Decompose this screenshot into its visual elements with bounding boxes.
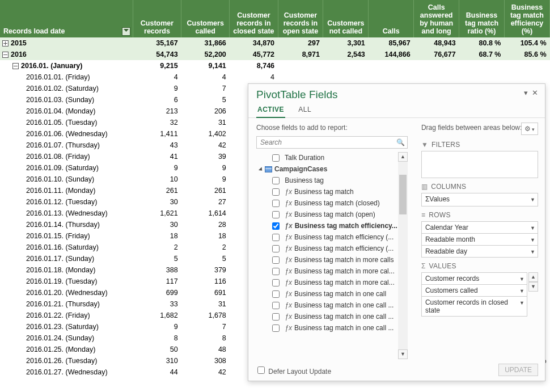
row-label[interactable]: 2016.01.27. (Wednesday) [0, 366, 133, 378]
scroll-up-icon[interactable]: ▲ [398, 152, 408, 162]
cell[interactable]: 9 [133, 83, 181, 94]
column-header[interactable]: Business tag match ratio (%) [459, 0, 505, 37]
cell[interactable]: 5 [181, 94, 230, 106]
row-label[interactable]: 2016.01.17. (Sunday) [0, 253, 133, 264]
field-tree-item[interactable]: ƒxBusiness tag match (open) [256, 209, 408, 220]
column-header[interactable]: Records load date [0, 0, 133, 37]
search-input[interactable] [256, 136, 408, 149]
cell[interactable]: 5 [181, 253, 230, 264]
field-tree[interactable]: Talk DurationCampaignCases Business tag … [256, 152, 408, 359]
cell[interactable]: 32 [133, 117, 181, 128]
column-header[interactable]: Customer records in closed state [230, 0, 278, 37]
cell[interactable]: 7 [181, 321, 230, 332]
row-label[interactable]: 2016.01.21. (Thursday) [0, 298, 133, 310]
cell[interactable]: 80.8 % [459, 37, 505, 49]
drop-area-item[interactable]: Values▼ [422, 193, 538, 205]
cell[interactable]: 699 [133, 287, 181, 298]
field-tree-scrollbar[interactable]: ▲ ▼ [398, 152, 408, 359]
cell[interactable]: 379 [181, 264, 230, 276]
row-label[interactable]: 2016.01.08. (Friday) [0, 151, 133, 162]
cell[interactable]: 105.4 % [504, 37, 549, 49]
cell[interactable]: 68.7 % [459, 49, 505, 60]
cell[interactable]: 206 [181, 106, 230, 117]
cell[interactable]: 33 [133, 298, 181, 310]
defer-layout-checkbox[interactable]: Defer Layout Update [255, 365, 331, 376]
cell[interactable]: 30 [133, 196, 181, 208]
cell[interactable]: 34,870 [230, 37, 278, 49]
cell[interactable] [414, 71, 459, 83]
collapse-icon[interactable] [12, 63, 19, 69]
cell[interactable]: 48 [181, 344, 230, 355]
cell[interactable]: 4 [133, 71, 181, 83]
cell[interactable]: 6 [133, 94, 181, 106]
column-header[interactable]: Calls answered by human and long [414, 0, 459, 37]
row-label[interactable]: 2016.01.01. (Friday) [0, 71, 133, 83]
row-label[interactable]: 2016 [0, 49, 133, 60]
drop-area-item[interactable]: Customers called▼ [422, 285, 527, 297]
cell[interactable]: 41 [133, 151, 181, 162]
cell[interactable]: 50 [133, 344, 181, 355]
cell[interactable]: 3,301 [323, 37, 369, 49]
cell[interactable]: 117 [133, 276, 181, 287]
values-scrollbar[interactable]: ▲ ▼ [528, 272, 538, 292]
cell[interactable]: 45,772 [230, 49, 278, 60]
chevron-down-icon[interactable]: ▼ [530, 237, 535, 243]
scroll-down-icon[interactable]: ▼ [528, 282, 538, 292]
cell[interactable]: 30 [133, 219, 181, 230]
row-label[interactable]: 2016.01.10. (Sunday) [0, 174, 133, 185]
cell[interactable]: 2 [133, 242, 181, 253]
values-drop-area[interactable]: Customer records▼Customers called▼Custom… [421, 272, 527, 317]
cell[interactable]: 1,682 [133, 310, 181, 321]
cell[interactable]: 1,678 [181, 310, 230, 321]
table-row[interactable]: 201654,74352,20045,7728,9712,543144,8667… [0, 49, 550, 60]
cell[interactable]: 9,141 [181, 60, 230, 71]
cell[interactable]: 2,543 [323, 49, 369, 60]
row-label[interactable]: 2015 [0, 37, 133, 49]
cell[interactable]: 18 [181, 230, 230, 242]
drop-area-item[interactable]: Readable month▼ [422, 234, 538, 246]
field-tree-item[interactable]: ƒxBusiness tag match (closed) [256, 197, 408, 209]
cell[interactable]: 261 [181, 185, 230, 196]
expand-icon[interactable] [2, 40, 9, 47]
cell[interactable]: 9 [181, 162, 230, 174]
rows-drop-area[interactable]: Calendar Year▼Readable month▼Readable da… [421, 221, 538, 258]
cell[interactable]: 35,167 [133, 37, 181, 49]
field-tree-item[interactable]: ƒxBusiness tag match efficiency (... [256, 243, 408, 254]
cell[interactable] [369, 60, 414, 71]
pane-menu-icon[interactable]: ▾ [524, 88, 528, 97]
field-tree-item[interactable]: ƒxBusiness tag match efficiency (... [256, 231, 408, 243]
field-tree-item[interactable]: ƒxBusiness tag match in more cal... [256, 265, 408, 277]
cell[interactable]: 297 [278, 37, 323, 49]
close-icon[interactable]: ✕ [532, 88, 538, 97]
cell[interactable]: 310 [133, 355, 181, 366]
cell[interactable] [278, 60, 323, 71]
cell[interactable]: 2 [181, 242, 230, 253]
row-label[interactable]: 2016.01.26. (Tuesday) [0, 355, 133, 366]
field-tree-item[interactable]: ƒxBusiness tag match efficiency... [256, 220, 408, 231]
column-header[interactable]: Customer records [133, 0, 181, 37]
scroll-thumb[interactable] [399, 175, 407, 214]
row-label[interactable]: 2016.01.22. (Friday) [0, 310, 133, 321]
field-tree-item[interactable]: ƒxBusiness tag match in one call ... [256, 311, 408, 322]
column-header[interactable]: Customer records in open state [278, 0, 323, 37]
cell[interactable]: 31,866 [181, 37, 230, 49]
cell[interactable]: 213 [133, 106, 181, 117]
field-tree-item[interactable]: ƒxBusiness tag match in one call ... [256, 300, 408, 311]
row-label[interactable]: 2016.01.15. (Friday) [0, 230, 133, 242]
row-label[interactable]: 2016.01.20. (Wednesday) [0, 287, 133, 298]
row-label[interactable]: 2016.01.03. (Sunday) [0, 94, 133, 106]
field-tree-item[interactable]: ƒxBusiness tag match in one call [256, 288, 408, 300]
cell[interactable]: 5 [133, 253, 181, 264]
chevron-down-icon[interactable]: ▼ [519, 288, 524, 294]
cell[interactable]: 39 [181, 151, 230, 162]
row-label[interactable]: 2016.01.18. (Monday) [0, 264, 133, 276]
cell[interactable]: 9 [133, 321, 181, 332]
row-label[interactable]: 2016.01.25. (Monday) [0, 344, 133, 355]
column-header[interactable]: Customers called [181, 0, 230, 37]
field-tree-item[interactable]: ƒxBusiness tag match in more cal... [256, 277, 408, 288]
field-tree-item[interactable]: Business tag [256, 175, 408, 186]
cell[interactable]: 1,614 [181, 208, 230, 219]
cell[interactable]: 18 [133, 230, 181, 242]
row-label[interactable]: 2016.01.11. (Monday) [0, 185, 133, 196]
field-tree-item[interactable]: ƒxBusiness tag match [256, 186, 408, 197]
